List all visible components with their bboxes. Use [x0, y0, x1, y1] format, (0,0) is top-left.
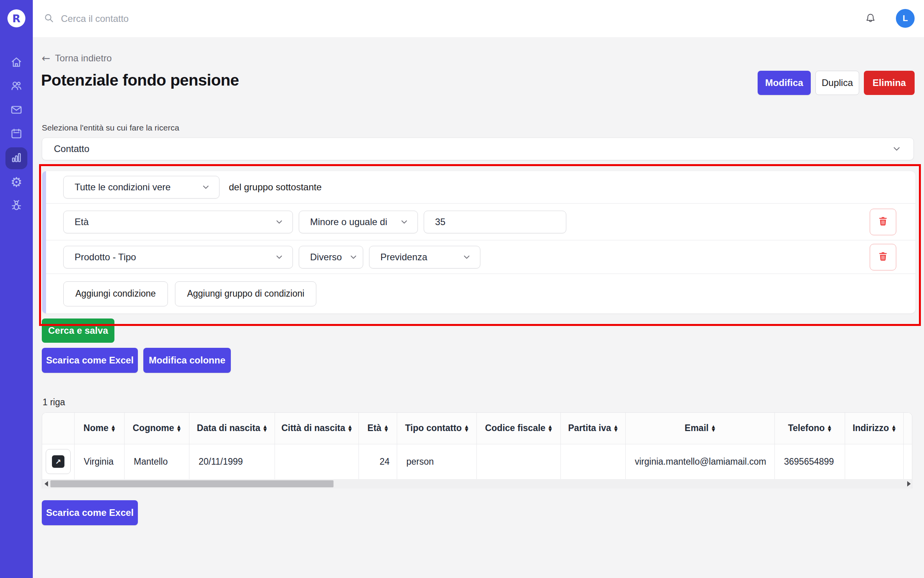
chevron-down-icon: [392, 217, 409, 227]
cell-indirizzo: [845, 444, 903, 479]
calendar-icon: [10, 127, 23, 141]
header-telefono[interactable]: Telefono▲▼: [774, 413, 845, 444]
condition-2-field-select[interactable]: Prodotto - Tipo: [63, 246, 293, 268]
entity-select[interactable]: Contatto: [42, 138, 914, 160]
mail-icon: [10, 104, 23, 118]
edit-columns-button[interactable]: Modifica colonne: [143, 348, 231, 373]
download-excel-button[interactable]: Scarica come Excel: [42, 348, 138, 373]
match-mode-select[interactable]: Tutte le condizioni vere: [63, 176, 219, 199]
table-header-row: Nome▲▼ Cognome▲▼ Data di nascita▲▼ Città…: [42, 413, 912, 444]
entity-label: Seleziona l'entità su cui fare la ricerc…: [42, 123, 179, 132]
condition-2-delete-button[interactable]: [870, 244, 896, 270]
sidebar-item-contacts[interactable]: [5, 76, 27, 98]
cell-tipo-contatto: person: [397, 444, 476, 479]
sort-icon[interactable]: ▲▼: [549, 425, 552, 432]
condition-2-value-select[interactable]: Previdenza: [369, 246, 480, 268]
header-tipo-contatto[interactable]: Tipo contatto▲▼: [397, 413, 476, 444]
condition-1-delete-button[interactable]: [870, 209, 896, 235]
header-codice-fiscale[interactable]: Codice fiscale▲▼: [476, 413, 560, 444]
sort-icon[interactable]: ▲▼: [385, 425, 388, 432]
gear-icon: ⚙: [11, 175, 22, 189]
condition-row-2: Prodotto - Tipo Diverso Previdenza: [46, 240, 915, 274]
user-avatar[interactable]: L: [896, 9, 915, 28]
add-condition-group-button[interactable]: Aggiungi gruppo di condizioni: [175, 281, 317, 306]
trash-icon: [878, 216, 888, 228]
sidebar-item-reports[interactable]: [5, 147, 27, 169]
sidebar-item-calendar[interactable]: [5, 123, 27, 145]
header-nome[interactable]: Nome▲▼: [74, 413, 124, 444]
scroll-right-arrow-icon[interactable]: [905, 479, 912, 489]
condition-1-field-select[interactable]: Età: [63, 211, 293, 233]
search-icon: [44, 13, 54, 25]
results-table: Nome▲▼ Cognome▲▼ Data di nascita▲▼ Città…: [42, 412, 912, 489]
add-condition-button[interactable]: Aggiungi condizione: [63, 281, 168, 306]
back-link[interactable]: ← Torna indietro: [42, 52, 112, 64]
sort-icon[interactable]: ▲▼: [348, 425, 351, 432]
header-partita-iva[interactable]: Partita iva▲▼: [560, 413, 625, 444]
chevron-down-icon: [268, 217, 284, 227]
group-suffix-text: del gruppo sottostante: [229, 182, 322, 193]
cell-email: virginia.mantello@lamiamail.com: [625, 444, 774, 479]
condition-1-operator-select[interactable]: Minore o uguale di: [299, 211, 418, 233]
sort-icon[interactable]: ▲▼: [828, 425, 831, 432]
row-count: 1 riga: [43, 397, 65, 408]
chevron-down-icon: [892, 144, 902, 154]
sidebar-item-settings[interactable]: ⚙: [5, 171, 27, 193]
sort-icon[interactable]: ▲▼: [614, 425, 617, 432]
sort-icon[interactable]: ▲▼: [263, 425, 266, 432]
sort-icon[interactable]: ▲▼: [112, 425, 115, 432]
topbar: Cerca il contatto L: [0, 0, 924, 37]
search-placeholder: Cerca il contatto: [61, 13, 128, 24]
cell-nome: Virginia: [74, 444, 124, 479]
header-citta-di-nascita[interactable]: Città di nascita▲▼: [275, 413, 359, 444]
sort-icon[interactable]: ▲▼: [892, 425, 895, 432]
sort-icon[interactable]: ▲▼: [712, 425, 715, 432]
header-email[interactable]: Email▲▼: [625, 413, 774, 444]
scroll-left-arrow-icon[interactable]: [42, 479, 50, 489]
app-logo[interactable]: R: [7, 9, 25, 27]
download-excel-bottom-button[interactable]: Scarica come Excel: [42, 500, 138, 525]
header-cognome[interactable]: Cognome▲▼: [124, 413, 189, 444]
header-expander: [42, 413, 74, 444]
notifications-bell-icon[interactable]: [862, 9, 879, 27]
bar-chart-icon: [10, 151, 23, 165]
cell-cognome: Mantello: [124, 444, 189, 479]
cell-eta: 24: [359, 444, 397, 479]
search-and-save-button[interactable]: Cerca e salva: [42, 319, 114, 343]
home-icon: [10, 56, 23, 70]
group-add-row: Aggiungi condizione Aggiungi gruppo di c…: [46, 274, 915, 313]
chevron-down-icon: [455, 252, 471, 262]
open-record-button[interactable]: ↗: [46, 449, 71, 474]
group-match-row: Tutte le condizioni vere del gruppo sott…: [46, 171, 915, 203]
duplica-button[interactable]: Duplica: [815, 71, 859, 95]
cell-codice-fiscale: [476, 444, 560, 479]
chevron-down-icon: [268, 252, 284, 262]
condition-1-value-input[interactable]: [424, 211, 566, 233]
header-indirizzo[interactable]: Indirizzo▲▼: [845, 413, 903, 444]
condition-2-operator-select[interactable]: Diverso: [299, 246, 363, 268]
elimina-button[interactable]: Elimina: [864, 71, 915, 95]
sidebar-item-bug[interactable]: [5, 195, 27, 217]
header-data-di-nascita[interactable]: Data di nascita▲▼: [189, 413, 275, 444]
condition-1-operator-value: Minore o uguale di: [310, 217, 387, 227]
group-accent-bar: [42, 171, 46, 313]
sort-icon[interactable]: ▲▼: [177, 425, 180, 432]
sidebar: R: [0, 0, 33, 578]
condition-1-field-value: Età: [75, 217, 89, 227]
modifica-button[interactable]: Modifica: [758, 71, 811, 95]
table-row: ↗ Virginia Mantello 20/11/1999 24 person…: [42, 444, 912, 479]
chevron-down-icon: [342, 252, 358, 262]
horizontal-scrollbar[interactable]: [42, 479, 912, 489]
cell-telefono: 3695654899: [774, 444, 845, 479]
entity-select-value: Contatto: [54, 143, 89, 154]
condition-2-operator-value: Diverso: [310, 252, 342, 263]
sidebar-item-home[interactable]: [5, 52, 27, 74]
scrollbar-thumb[interactable]: [50, 480, 334, 487]
back-label: Torna indietro: [55, 53, 112, 64]
cell-data-di-nascita: 20/11/1999: [189, 444, 275, 479]
contact-search[interactable]: Cerca il contatto: [44, 0, 128, 37]
sidebar-item-mail[interactable]: [5, 100, 27, 122]
header-eta[interactable]: Età▲▼: [359, 413, 397, 444]
condition-2-field-value: Prodotto - Tipo: [75, 252, 136, 263]
sort-icon[interactable]: ▲▼: [465, 425, 468, 432]
